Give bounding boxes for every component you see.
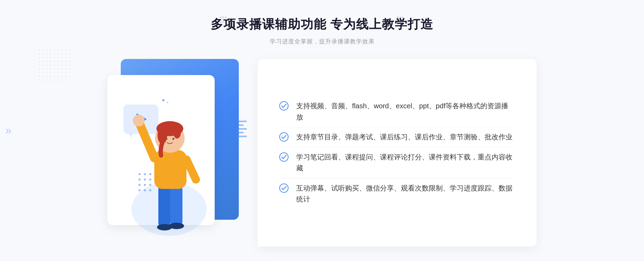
svg-point-27 — [280, 102, 288, 110]
svg-point-17 — [149, 173, 151, 175]
svg-point-8 — [133, 115, 145, 126]
features-list: 支持视频、音频、flash、word、excel、ppt、pdf等各种格式的资源… — [279, 96, 515, 209]
feature-text-4: 互动弹幕、试听购买、微信分享、观看次数限制、学习进度跟踪、数据统计 — [296, 183, 515, 205]
svg-point-4 — [169, 223, 184, 229]
feature-item-3: 学习笔记回看、课程提问、课程评论打分、课件资料下载，重点内容收藏 — [279, 147, 515, 178]
svg-point-14 — [172, 138, 174, 140]
feature-item-2: 支持章节目录、弹题考试、课后练习、课后作业、章节测验、批改作业 — [279, 127, 515, 147]
stripe-lines — [233, 121, 247, 137]
check-circle-icon — [279, 152, 289, 162]
svg-point-18 — [138, 178, 141, 181]
svg-line-7 — [186, 159, 196, 180]
svg-point-19 — [144, 178, 146, 181]
feature-text-1: 支持视频、音频、flash、word、excel、ppt、pdf等各种格式的资源… — [296, 100, 515, 123]
svg-point-30 — [280, 184, 288, 192]
stripe-3 — [233, 128, 247, 130]
page-container: 多项录播课辅助功能 专为线上教学打造 学习进度全掌握，提升录播课教学效果 — [0, 0, 644, 261]
feature-item-4: 互动弹幕、试听购买、微信分享、观看次数限制、学习进度跟踪、数据统计 — [279, 178, 515, 209]
dots-pattern-left — [38, 48, 70, 80]
features-container: 支持视频、音频、flash、word、excel、ppt、pdf等各种格式的资源… — [258, 59, 537, 247]
svg-point-25 — [144, 189, 146, 191]
stripe-1 — [233, 121, 247, 122]
feature-item-1: 支持视频、音频、flash、word、excel、ppt、pdf等各种格式的资源… — [279, 96, 515, 127]
illustration-container — [107, 59, 263, 241]
svg-point-13 — [165, 138, 167, 140]
feature-text-3: 学习笔记回看、课程提问、课程评论打分、课件资料下载，重点内容收藏 — [296, 152, 515, 174]
check-circle-icon — [279, 132, 289, 142]
header-section: 多项录播课辅助功能 专为线上教学打造 学习进度全掌握，提升录播课教学效果 — [211, 16, 434, 46]
main-title: 多项录播课辅助功能 专为线上教学打造 — [211, 16, 434, 33]
chevron-icon: » — [5, 125, 12, 136]
figure-illustration — [123, 96, 215, 241]
feature-text-2: 支持章节目录、弹题考试、课后练习、课后作业、章节测验、批改作业 — [296, 132, 513, 143]
svg-point-16 — [144, 173, 146, 175]
svg-point-22 — [144, 184, 146, 186]
svg-rect-1 — [158, 185, 170, 228]
stripe-4 — [233, 132, 244, 133]
stripe-5 — [233, 136, 247, 137]
check-circle-icon — [279, 101, 289, 111]
svg-point-26 — [149, 189, 151, 191]
svg-point-12 — [173, 127, 181, 139]
content-area: 支持视频、音频、flash、word、excel、ppt、pdf等各种格式的资源… — [107, 59, 537, 247]
svg-rect-2 — [170, 185, 182, 226]
svg-point-28 — [280, 133, 288, 141]
svg-point-29 — [280, 153, 288, 161]
sub-title: 学习进度全掌握，提升录播课教学效果 — [211, 38, 434, 46]
svg-point-21 — [138, 184, 141, 186]
svg-line-6 — [140, 123, 154, 158]
svg-point-24 — [138, 189, 141, 191]
svg-point-20 — [149, 178, 151, 181]
svg-point-15 — [138, 173, 141, 175]
svg-point-23 — [149, 184, 151, 186]
stripe-2 — [233, 124, 244, 126]
left-chevron-decoration: » — [5, 125, 12, 136]
check-circle-icon — [279, 183, 289, 193]
